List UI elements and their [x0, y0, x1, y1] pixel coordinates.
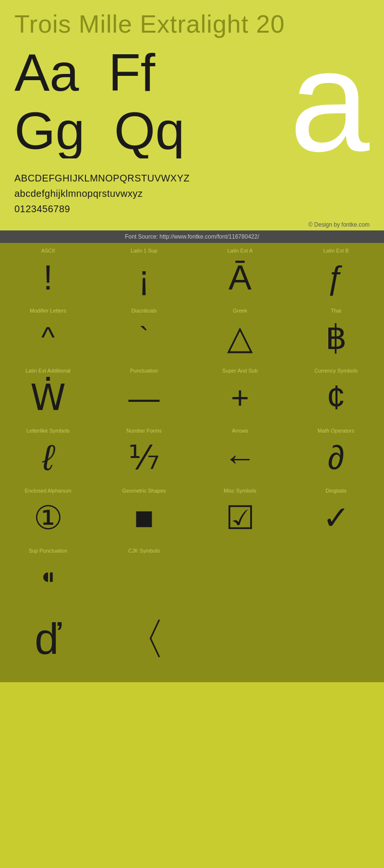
glyph-label-letterlike: Letterlike Symbols [26, 428, 70, 434]
glyph-cell-bottom2: 〈 [96, 603, 192, 682]
glyph-char-latinexta: Ā [228, 256, 252, 299]
glyph-cell-geoshapes: Geometric Shapes ■ [96, 483, 192, 543]
glyph-label-superandsub: Super And Sub [222, 368, 258, 374]
glyph-char-superandsub: + [231, 376, 249, 419]
glyph-label-modifier: Modifier Letters [30, 308, 66, 313]
glyph-cell-superandsub: Super And Sub + [192, 363, 288, 423]
glyph-char-mathops: ∂ [328, 436, 345, 479]
glyph-label-enclosed: Enclosed Alphanum [24, 488, 71, 494]
font-title: Trois Mille Extralight 20 [14, 10, 370, 38]
glyph-label-ascii: ASCII [41, 248, 55, 253]
glyph-char-bottom1: ď [35, 610, 61, 668]
glyph-cell-dingbats: Dingbats ✓ [288, 483, 384, 543]
glyph-row-2: Modifier Letters ^ Diacriticals ` Greek … [0, 303, 384, 363]
alphabet-lower: abcdefghijklmnopqrstuvwxyz [14, 186, 370, 201]
glyph-char-thai: ฿ [325, 316, 347, 359]
specimen-large-a: a [289, 43, 370, 158]
glyph-row-5: Enclosed Alphanum ① Geometric Shapes ■ M… [0, 483, 384, 543]
glyph-cell-empty1 [192, 543, 288, 603]
glyph-cell-numberforms: Number Forms ⅐ [96, 423, 192, 483]
glyph-cell-enclosed: Enclosed Alphanum ① [0, 483, 96, 543]
glyph-char-geoshapes: ■ [134, 496, 154, 539]
glyph-cell-arrows: Arrows ← [192, 423, 288, 483]
glyph-label-geoshapes: Geometric Shapes [122, 488, 166, 494]
glyph-cell-empty2 [288, 543, 384, 603]
glyph-char-latinextadd: Ẇ [30, 376, 66, 419]
glyph-label-arrows: Arrows [232, 428, 248, 434]
glyph-label-mathops: Math Operators [318, 428, 354, 434]
glyph-label-latinextadd: Latin Ext Additional [25, 368, 71, 374]
glyph-char-dingbats: ✓ [323, 496, 350, 539]
glyph-label-latinextb: Latin Ext B [323, 248, 348, 253]
alphabet-section: ABCDEFGHIJKLMNOPQRSTUVWXYZ abcdefghijklm… [0, 163, 384, 219]
glyph-cell-miscsymbols: Misc Symbols ☑ [192, 483, 288, 543]
glyph-char-enclosed: ① [34, 496, 63, 539]
copyright: © Design by fontke.com [0, 219, 384, 230]
glyph-char-bottom2: 〈 [122, 610, 166, 668]
glyph-label-cjksymbols: CJK Symbols [128, 548, 160, 554]
glyph-cell-currency: Currency Symbols ¢ [288, 363, 384, 423]
glyph-cell-cjksymbols: CJK Symbols [96, 543, 192, 603]
glyph-cell-greek: Greek △ [192, 303, 288, 363]
glyph-row-7: ď 〈 [0, 603, 384, 682]
specimen-letters-row1: Aa Ff [14, 43, 185, 101]
glyph-label-latin1sup: Latin 1 Sup [131, 248, 157, 253]
glyph-char-arrows: ← [224, 436, 256, 479]
glyph-label-currency: Currency Symbols [314, 368, 358, 374]
glyph-label-miscsymbols: Misc Symbols [224, 488, 256, 494]
glyph-row-4: Letterlike Symbols ℓ Number Forms ⅐ Arro… [0, 423, 384, 483]
glyph-char-suppunct: ⁌ [40, 556, 56, 599]
glyph-label-numberforms: Number Forms [126, 428, 161, 434]
glyph-label-dingbats: Dingbats [325, 488, 346, 494]
glyph-cell-modifier: Modifier Letters ^ [0, 303, 96, 363]
glyph-cell-latin1sup: Latin 1 Sup ¡ [96, 243, 192, 303]
glyph-row-6: Sup Punctuation ⁌ CJK Symbols [0, 543, 384, 603]
glyph-label-punctuation: Punctuation [130, 368, 158, 374]
glyph-char-currency: ¢ [327, 376, 346, 419]
glyph-cell-bottom3 [192, 603, 288, 682]
glyphs-section: ASCII ! Latin 1 Sup ¡ Latin Ext A Ā Lati… [0, 243, 384, 682]
glyph-label-thai: Thai [331, 308, 341, 313]
glyph-cell-latinextb: Latin Ext B ƒ [288, 243, 384, 303]
glyph-cell-latinextadd: Latin Ext Additional Ẇ [0, 363, 96, 423]
top-section: Trois Mille Extralight 20 Aa Ff Gg Qq a [0, 0, 384, 163]
glyph-cell-mathops: Math Operators ∂ [288, 423, 384, 483]
specimen-letters-row2: Gg Qq [14, 101, 185, 158]
glyph-cell-bottom4 [288, 603, 384, 682]
glyph-cell-bottom1: ď [0, 603, 96, 682]
glyph-char-modifier: ^ [41, 316, 55, 359]
glyph-row-1: ASCII ! Latin 1 Sup ¡ Latin Ext A Ā Lati… [0, 243, 384, 303]
glyph-cell-latinexta: Latin Ext A Ā [192, 243, 288, 303]
glyph-cell-letterlike: Letterlike Symbols ℓ [0, 423, 96, 483]
glyph-char-diacriticals: ` [139, 316, 149, 359]
glyph-char-punctuation: — [129, 376, 160, 419]
glyph-char-numberforms: ⅐ [128, 436, 160, 479]
glyph-label-diacriticals: Diacriticals [131, 308, 156, 313]
glyph-char-ascii: ! [43, 256, 53, 299]
glyph-row-3: Latin Ext Additional Ẇ Punctuation — Sup… [0, 363, 384, 423]
font-source-bar: Font Source: http://www.fontke.com/font/… [0, 230, 384, 243]
glyph-cell-suppunct: Sup Punctuation ⁌ [0, 543, 96, 603]
alphabet-upper: ABCDEFGHIJKLMNOPQRSTUVWXYZ [14, 170, 370, 186]
glyph-char-latinextb: ƒ [327, 256, 345, 299]
glyph-cell-ascii: ASCII ! [0, 243, 96, 303]
glyph-cell-thai: Thai ฿ [288, 303, 384, 363]
glyph-char-letterlike: ℓ [42, 436, 54, 479]
glyph-char-miscsymbols: ☑ [226, 496, 255, 539]
font-source-text: Font Source: http://www.fontke.com/font/… [125, 233, 259, 240]
glyph-label-suppunct: Sup Punctuation [29, 548, 68, 554]
glyph-cell-punctuation: Punctuation — [96, 363, 192, 423]
glyph-label-latinexta: Latin Ext A [228, 248, 253, 253]
glyph-char-latin1sup: ¡ [138, 256, 150, 299]
glyph-char-greek: △ [227, 316, 253, 359]
digits-line: 0123456789 [14, 201, 370, 217]
glyph-cell-diacriticals: Diacriticals ` [96, 303, 192, 363]
glyph-label-greek: Greek [233, 308, 247, 313]
